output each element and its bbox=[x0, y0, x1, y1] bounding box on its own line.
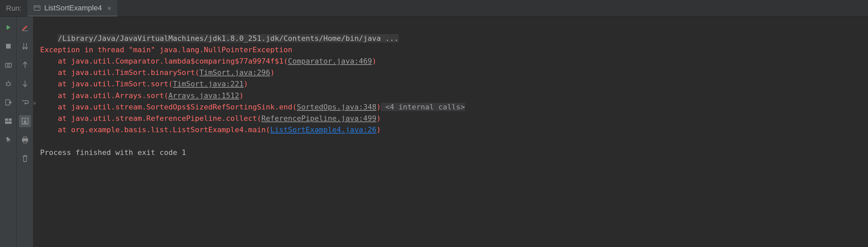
svg-rect-0 bbox=[34, 6, 40, 10]
svg-line-7 bbox=[6, 83, 7, 83]
source-link[interactable]: ListSortExample4.java:26 bbox=[270, 126, 376, 134]
pin-button[interactable] bbox=[2, 134, 14, 146]
source-link[interactable]: TimSort.java:296 bbox=[199, 68, 270, 77]
svg-rect-13 bbox=[9, 118, 12, 121]
svg-point-5 bbox=[7, 82, 10, 86]
run-tab[interactable]: ListSortExample4 × bbox=[27, 0, 117, 17]
delete-button[interactable] bbox=[19, 153, 31, 165]
dump-threads-button[interactable] bbox=[2, 59, 14, 71]
svg-line-10 bbox=[10, 85, 11, 85]
stack-trace-line: at java.util.stream.SortedOps$SizedRefSo… bbox=[40, 103, 297, 111]
print-button[interactable] bbox=[19, 134, 31, 146]
down-button[interactable] bbox=[19, 78, 31, 90]
svg-rect-25 bbox=[23, 141, 27, 143]
rerun-button[interactable] bbox=[2, 21, 14, 33]
up-button[interactable] bbox=[19, 59, 31, 71]
fold-hint[interactable]: <4 internal calls> bbox=[381, 103, 465, 111]
edit-stacktrace-button[interactable] bbox=[19, 21, 31, 33]
exit-button[interactable] bbox=[2, 97, 14, 108]
svg-rect-14 bbox=[5, 121, 12, 124]
debug-button[interactable] bbox=[2, 78, 14, 90]
application-icon bbox=[33, 4, 41, 12]
stack-trace-line: at java.util.Comparator.lambda$comparing… bbox=[40, 57, 288, 65]
tab-label: ListSortExample4 bbox=[44, 4, 101, 12]
svg-line-9 bbox=[6, 85, 7, 85]
stack-trace-line: at java.util.TimSort.sort( bbox=[40, 80, 173, 88]
run-label: Run: bbox=[0, 4, 27, 13]
run-toolbar-secondary bbox=[17, 17, 33, 247]
source-link[interactable]: Arrays.java:1512 bbox=[168, 91, 239, 100]
step-down-button[interactable] bbox=[19, 40, 31, 52]
close-icon[interactable]: × bbox=[107, 4, 111, 12]
svg-rect-2 bbox=[6, 44, 11, 49]
exception-line: Exception in thread "main" java.lang.Nul… bbox=[40, 46, 292, 54]
stack-trace-line: at java.util.TimSort.binarySort( bbox=[40, 68, 199, 77]
stop-button[interactable] bbox=[2, 40, 14, 52]
soft-wrap-button[interactable] bbox=[19, 97, 31, 108]
run-toolbar-primary bbox=[0, 17, 17, 247]
svg-rect-27 bbox=[24, 155, 26, 156]
stack-trace-line: at org.example.basis.list.ListSortExampl… bbox=[40, 126, 270, 134]
command-line: /Library/Java/JavaVirtualMachines/jdk1.8… bbox=[58, 34, 399, 43]
stack-trace-line: at java.util.stream.ReferencePipeline.co… bbox=[40, 114, 261, 122]
layout-button[interactable] bbox=[2, 115, 14, 127]
svg-point-4 bbox=[7, 64, 9, 66]
run-panel-body: ⊞/Library/Java/JavaVirtualMachines/jdk1.… bbox=[0, 17, 868, 247]
svg-line-8 bbox=[10, 83, 11, 83]
source-link[interactable]: ReferencePipeline.java:499 bbox=[261, 114, 376, 122]
exit-code-line: Process finished with exit code 1 bbox=[40, 148, 186, 157]
console-output[interactable]: ⊞/Library/Java/JavaVirtualMachines/jdk1.… bbox=[33, 17, 868, 247]
source-link[interactable]: SortedOps.java:348 bbox=[297, 103, 376, 111]
source-link[interactable]: TimSort.java:221 bbox=[173, 80, 244, 88]
source-link[interactable]: Comparator.java:469 bbox=[288, 57, 372, 65]
svg-rect-23 bbox=[23, 137, 27, 139]
svg-rect-12 bbox=[5, 118, 8, 121]
run-panel-header: Run: ListSortExample4 × bbox=[0, 0, 868, 17]
fold-toggle-icon[interactable]: ⊞ bbox=[33, 100, 36, 107]
scroll-to-end-button[interactable] bbox=[19, 115, 31, 127]
stack-trace-line: at java.util.Arrays.sort( bbox=[40, 91, 168, 100]
